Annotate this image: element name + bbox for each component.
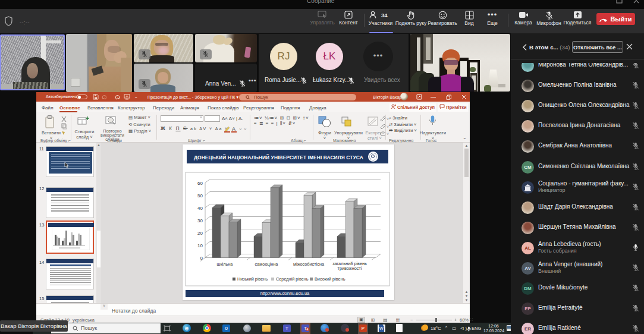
svg-text:Високий рівень: Високий рівень [315,276,345,282]
svg-text:40: 40 [197,206,203,211]
svg-text:0: 0 [200,256,203,261]
svg-text:20: 20 [197,231,203,236]
svg-text:60: 60 [197,181,203,186]
svg-text:A: A [232,126,235,132]
svg-text:тривожності: тривожності [338,266,362,271]
svg-text:˅: ˅ [239,127,242,132]
svg-text:10: 10 [197,243,203,248]
svg-text:50: 50 [197,193,203,198]
svg-text:Середній рівень: Середній рівень [276,276,309,282]
svg-text:Низький рівень: Низький рівень [237,276,268,282]
svg-text:˅: ˅ [244,127,247,132]
svg-text:шкільна: шкільна [217,261,234,267]
svg-text:30: 30 [197,218,203,223]
svg-text:самооцінна: самооцінна [255,261,279,267]
svg-text:міжособистісна: міжособистісна [293,261,325,267]
